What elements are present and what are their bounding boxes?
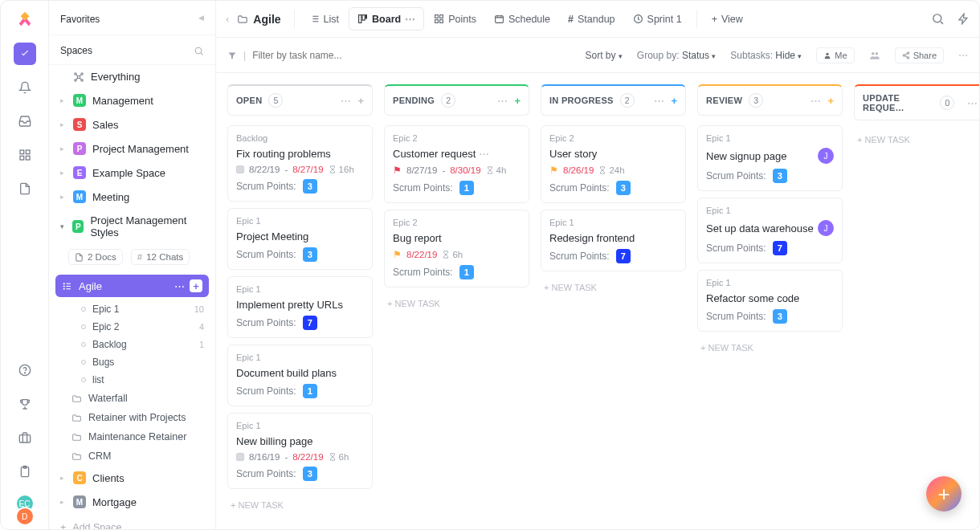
column-more-icon[interactable]: ⋯	[341, 95, 351, 107]
column-header[interactable]: REVIEW3⋯+	[697, 84, 843, 116]
column-more-icon[interactable]: ⋯	[967, 97, 978, 109]
filter-icon[interactable]	[227, 51, 237, 60]
column-add-icon[interactable]: +	[671, 95, 677, 107]
group-button[interactable]: Group by: Status ▾	[637, 50, 716, 61]
task-card[interactable]: Epic 1Redesign frontendScrum Points:7	[541, 210, 686, 271]
assignee-avatar[interactable]: J	[818, 220, 834, 236]
points-badge: 7	[773, 241, 787, 255]
create-fab[interactable]: +	[926, 476, 962, 512]
breadcrumb[interactable]: Agile	[237, 13, 287, 26]
column-add-icon[interactable]: +	[514, 95, 521, 107]
toolbar-more-icon[interactable]: ⋯	[958, 50, 968, 61]
task-card[interactable]: Epic 1New billing page8/16/19-8/22/196hS…	[227, 413, 373, 489]
task-card[interactable]: Epic 1Document build plansScrum Points:1	[227, 344, 373, 406]
share-button[interactable]: Share	[895, 47, 944, 63]
sidebar-list-backlog[interactable]: Backlog1	[49, 336, 215, 353]
subtasks-button[interactable]: Subtasks: Hide ▾	[730, 50, 802, 61]
add-space-button[interactable]: +Add Space	[49, 514, 215, 529]
filter-input[interactable]	[252, 50, 373, 61]
column-header[interactable]: PENDING2⋯+	[384, 84, 529, 116]
docs-chip[interactable]: 2 Docs	[68, 249, 123, 265]
new-task-button[interactable]: + NEW TASK	[854, 130, 979, 149]
sidebar-space-mortgage[interactable]: ▸MMortgage	[49, 490, 215, 514]
sidebar-space-clients[interactable]: ▸CClients	[49, 466, 215, 490]
view-tab-schedule[interactable]: Schedule	[486, 7, 558, 31]
sidebar-space-sales[interactable]: ▸SSales	[49, 112, 215, 137]
new-task-button[interactable]: + NEW TASK	[541, 278, 686, 297]
rail-clipboard-button[interactable]	[14, 460, 36, 483]
collapse-sidebar-icon[interactable]: ◀	[198, 14, 204, 22]
rail-briefcase-button[interactable]	[14, 426, 36, 449]
rail-avatars[interactable]: ECD	[15, 494, 35, 520]
column-more-icon[interactable]: ⋯	[811, 95, 821, 107]
rail-apps-button[interactable]	[14, 144, 36, 166]
sidebar-folder-maintenance-retainer[interactable]: Maintenance Retainer	[49, 427, 215, 446]
task-card[interactable]: Epic 2Bug report⚑8/22/196hScrum Points:1	[384, 210, 529, 287]
search-spaces-icon[interactable]	[194, 46, 204, 56]
view-tab-standup[interactable]: #Standup	[560, 7, 623, 31]
rail-docs-button[interactable]	[14, 177, 36, 200]
column-more-icon[interactable]: ⋯	[497, 95, 508, 107]
task-card[interactable]: Epic 2Customer request⋯⚑8/27/19-8/30/194…	[384, 125, 529, 203]
task-card[interactable]: Epic 1Project MeetingScrum Points:3	[227, 208, 373, 270]
rail-home-button[interactable]	[14, 43, 36, 65]
column-add-icon[interactable]: +	[827, 95, 834, 107]
sidebar-folder-crm[interactable]: CRM	[49, 446, 215, 466]
column-add-icon[interactable]: +	[357, 95, 364, 107]
sidebar-folder-retainer-with-projects[interactable]: Retainer with Projects	[49, 408, 215, 427]
sidebar-space-management[interactable]: ▸MManagement	[49, 88, 215, 112]
view-tab-list[interactable]: List	[301, 7, 347, 31]
task-card[interactable]: BacklogFix routing problems8/22/19-8/27/…	[227, 125, 373, 202]
view-tab-sprint-1[interactable]: Sprint 1	[625, 7, 690, 31]
sidebar-list-epic-2[interactable]: Epic 24	[49, 318, 215, 336]
add-view-button[interactable]: +View	[704, 9, 751, 30]
new-task-button[interactable]: + NEW TASK	[697, 338, 843, 357]
sidebar-space-project-management[interactable]: ▸PProject Management	[49, 137, 215, 161]
points-badge: 1	[303, 384, 317, 398]
chats-chip[interactable]: #12 Chats	[131, 249, 190, 265]
column-header[interactable]: OPEN5⋯+	[227, 84, 373, 116]
rail-inbox-button[interactable]	[14, 110, 36, 132]
view-more-icon[interactable]: ⋯	[405, 13, 415, 25]
agile-more-icon[interactable]: ⋯	[174, 280, 185, 292]
task-card[interactable]: Epic 1Refactor some codeScrum Points:3	[697, 270, 843, 332]
svg-rect-33	[440, 20, 443, 23]
sort-button[interactable]: Sort by ▾	[586, 50, 623, 61]
column-header[interactable]: UPDATE REQUE…0⋯+	[854, 84, 979, 120]
agile-add-icon[interactable]: +	[190, 279, 202, 292]
search-icon[interactable]	[931, 12, 945, 26]
task-card[interactable]: Epic 1Set up data warehouseJScrum Points…	[697, 198, 843, 263]
assignee-avatar[interactable]: J	[818, 148, 834, 164]
view-tab-points[interactable]: Points	[426, 7, 484, 31]
card-title: New billing page	[236, 435, 312, 447]
sidebar-list-epic-1[interactable]: Epic 110	[49, 300, 215, 318]
rail-help-button[interactable]	[14, 359, 36, 381]
column-header[interactable]: IN PROGRESS2⋯+	[541, 84, 686, 116]
avatar[interactable]: D	[15, 507, 35, 526]
collapse-left-icon[interactable]: ‹	[226, 13, 234, 25]
bolt-icon[interactable]	[958, 13, 970, 25]
task-card[interactable]: Epic 1New signup pageJScrum Points:3	[697, 125, 843, 191]
me-button[interactable]: Me	[816, 47, 854, 63]
new-task-button[interactable]: + NEW TASK	[384, 294, 529, 313]
rail-trophy-button[interactable]	[14, 393, 36, 415]
sidebar-spaces-header[interactable]: Spaces	[49, 35, 215, 65]
sidebar-space-pms[interactable]: ▾ P Project Management Styles	[49, 209, 215, 244]
sidebar-space-example-space[interactable]: ▸EExample Space	[49, 161, 215, 185]
sidebar-everything[interactable]: Everything	[49, 65, 215, 88]
task-card[interactable]: Epic 1Implement pretty URLsScrum Points:…	[227, 276, 373, 338]
rail-notifications-button[interactable]	[14, 76, 36, 99]
sidebar-space-meeting[interactable]: ▸MMeeting	[49, 185, 215, 209]
sidebar-list-list[interactable]: list	[49, 371, 215, 389]
sidebar-list-agile[interactable]: Agile ⋯ +	[55, 275, 209, 297]
space-letter-badge: M	[73, 495, 86, 508]
task-card[interactable]: Epic 2User story⚑8/26/1924hScrum Points:…	[541, 125, 686, 203]
svg-point-16	[63, 285, 65, 287]
sidebar-list-bugs[interactable]: Bugs	[49, 353, 215, 371]
new-task-button[interactable]: + NEW TASK	[227, 495, 373, 515]
sidebar-folder-waterfall[interactable]: Waterfall	[49, 389, 215, 408]
column-more-icon[interactable]: ⋯	[654, 95, 664, 107]
assignees-icon[interactable]	[869, 50, 880, 61]
sidebar-favorites-header[interactable]: Favorites ◀	[49, 1, 215, 35]
view-tab-board[interactable]: Board⋯	[349, 7, 424, 31]
